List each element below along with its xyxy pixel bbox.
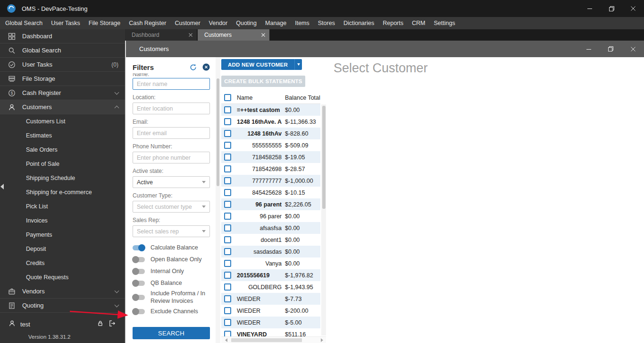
menu-item[interactable]: Stores [314, 20, 339, 26]
sidebar-subitem[interactable]: Deposit [0, 242, 125, 256]
table-row[interactable]: =++test castom $0.00 [221, 104, 320, 116]
menu-item[interactable]: Cash Register [125, 20, 170, 26]
sidebar-item-dashboard[interactable]: Dashboard [0, 29, 125, 43]
menu-item[interactable]: CRM [408, 20, 429, 26]
row-checkbox[interactable] [224, 224, 231, 232]
minimize-button[interactable] [577, 41, 600, 57]
table-scrollbar[interactable] [321, 104, 326, 335]
filter-toggle-row[interactable]: QB Balance [133, 277, 210, 289]
row-checkbox[interactable] [224, 201, 231, 208]
table-row[interactable]: WIEDER $-200.00 [221, 305, 320, 317]
scroll-right-icon[interactable] [321, 338, 323, 342]
filter-toggle-row[interactable]: Exclude Channels [133, 306, 210, 317]
scrollbar-thumb[interactable] [322, 106, 326, 209]
table-row[interactable]: 96 parer $0.00 [221, 210, 320, 222]
menu-item[interactable]: Quoting [232, 20, 261, 26]
sidebar-subitem[interactable]: Pick List [0, 199, 125, 214]
row-checkbox[interactable] [224, 236, 231, 243]
row-checkbox[interactable] [224, 260, 231, 267]
table-row[interactable]: 555555555 $-509.09 [221, 139, 320, 151]
menu-item[interactable]: Settings [429, 20, 459, 26]
row-checkbox[interactable] [224, 295, 231, 302]
table-row[interactable]: GOLDBERG $-1,943.95 [221, 281, 320, 293]
sidebar-item-global-search[interactable]: Global Search [0, 43, 125, 58]
table-row[interactable]: 1248 16thAv $-828.60 [221, 128, 320, 139]
scrollbar-thumb[interactable] [231, 338, 302, 342]
menu-item[interactable]: Dictionaries [339, 20, 378, 26]
filter-toggle-row[interactable]: Open Balance Only [133, 254, 210, 266]
row-checkbox[interactable] [224, 130, 231, 137]
row-checkbox[interactable] [224, 307, 231, 314]
row-checkbox[interactable] [224, 106, 231, 113]
row-checkbox[interactable] [224, 283, 231, 291]
location-input[interactable] [133, 103, 210, 114]
row-checkbox[interactable] [224, 165, 231, 172]
search-button[interactable]: SEARCH [133, 327, 210, 339]
name-input[interactable] [133, 78, 210, 90]
filters-scrollbar[interactable] [216, 57, 220, 343]
filter-toggle-row[interactable]: Internal Only [133, 266, 210, 277]
filter-toggle-row[interactable]: Calculate Balance [133, 242, 210, 254]
add-customer-dropdown-button[interactable] [294, 59, 302, 70]
select-all-checkbox[interactable] [224, 94, 231, 101]
table-row[interactable]: sasdasdas $0.00 [221, 246, 320, 257]
active-state-select[interactable]: Active [133, 176, 210, 188]
menu-item[interactable]: Items [291, 20, 314, 26]
sidebar-collapse-arrow[interactable] [0, 184, 4, 189]
menu-item[interactable]: Global Search [1, 20, 47, 26]
add-new-customer-button[interactable]: ADD NEW CUSTOMER [221, 59, 294, 70]
minimize-button[interactable] [579, 0, 601, 17]
toggle-switch[interactable] [133, 257, 145, 262]
create-bulk-statements-button[interactable]: CREATE BULK STATEMENTS [221, 76, 305, 87]
row-checkbox[interactable] [224, 319, 231, 326]
sidebar-item-customers[interactable]: Customers [0, 100, 125, 114]
sidebar-item-user-tasks[interactable]: User Tasks (0) [0, 58, 125, 72]
sidebar-subitem[interactable]: Shipping for e-commerce [0, 185, 125, 199]
table-row[interactable]: 777777777 $-1,000.00 [221, 175, 320, 187]
row-checkbox[interactable] [224, 189, 231, 196]
toggle-switch[interactable] [133, 281, 145, 286]
toggle-switch[interactable] [133, 245, 145, 250]
lock-icon[interactable] [97, 320, 104, 328]
sidebar-subitem[interactable]: Sale Orders [0, 143, 125, 157]
email-input[interactable] [133, 127, 210, 139]
restore-button[interactable] [600, 41, 622, 57]
close-button[interactable] [622, 0, 644, 17]
row-checkbox[interactable] [224, 272, 231, 279]
menu-item[interactable]: User Tasks [47, 20, 84, 26]
table-row[interactable]: Vanya $0.00 [221, 257, 320, 269]
sales-rep-select[interactable]: Select sales rep [133, 225, 210, 237]
close-icon[interactable] [189, 33, 192, 37]
column-header-balance[interactable]: Balance Total [285, 94, 320, 101]
toggle-switch[interactable] [133, 309, 145, 314]
sidebar-subitem[interactable]: Quote Requests [0, 270, 125, 284]
table-row[interactable]: 96 parent $2,226.05 [221, 198, 320, 210]
close-button[interactable] [622, 41, 644, 57]
refresh-icon[interactable] [190, 64, 197, 71]
table-row[interactable]: 1248 16thAve. A $-11,366.33 [221, 116, 320, 128]
menu-item[interactable]: Vendor [205, 20, 232, 26]
menu-item[interactable]: Reports [378, 20, 408, 26]
sidebar-subitem[interactable]: Payments [0, 228, 125, 242]
table-row[interactable]: 718542698 $-28.57 [221, 163, 320, 175]
table-row[interactable]: WIEDER $-5.00 [221, 317, 320, 328]
table-row[interactable]: 845425628 $-10.15 [221, 187, 320, 198]
row-checkbox[interactable] [224, 118, 231, 125]
sidebar-subitem[interactable]: Shipping Schedule [0, 171, 125, 185]
sidebar-subitem[interactable]: Point of Sale [0, 157, 125, 171]
menu-item[interactable]: Customer [170, 20, 204, 26]
table-row[interactable]: afsasfsa $0.00 [221, 222, 320, 234]
customer-type-select[interactable]: Select customer type [133, 201, 210, 213]
sidebar-item-vendors[interactable]: Vendors [0, 284, 125, 299]
row-checkbox[interactable] [224, 142, 231, 149]
table-row[interactable]: 718458258 $-19.05 [221, 151, 320, 163]
close-icon[interactable] [261, 33, 265, 37]
close-filters-icon[interactable] [202, 63, 210, 71]
scrollbar-thumb[interactable] [217, 78, 219, 186]
row-checkbox[interactable] [224, 154, 231, 161]
row-checkbox[interactable] [224, 177, 231, 184]
sidebar-item-file-storage[interactable]: File Storage [0, 72, 125, 86]
sidebar-item-quoting[interactable]: Quoting [0, 299, 125, 313]
row-checkbox[interactable] [224, 331, 231, 336]
table-row[interactable]: docent1 $0.00 [221, 234, 320, 246]
